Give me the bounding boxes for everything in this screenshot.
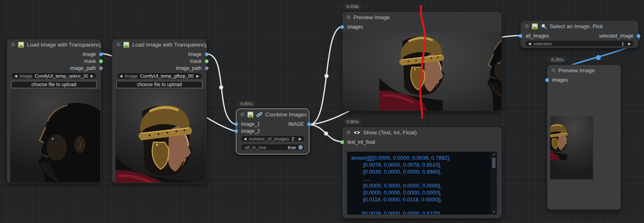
port-dot-image-path[interactable]	[205, 66, 209, 70]
execution-time-badge: 0.003s	[343, 118, 362, 125]
link-midpoint-dot-selected	[596, 55, 601, 60]
port-label: mask	[84, 58, 96, 64]
combo-prev-icon[interactable]: ◀	[14, 74, 17, 78]
combo-next-icon[interactable]: ▶	[196, 74, 199, 78]
output-port-image[interactable]: image	[112, 51, 207, 58]
output-port-mask[interactable]: mask	[7, 58, 101, 65]
decrement-icon[interactable]: ◀	[528, 42, 531, 46]
port-dot-image-path[interactable]	[99, 66, 103, 70]
input-port-all-images[interactable]: all_images	[526, 33, 549, 39]
output-port-image-path[interactable]: image_path	[7, 65, 101, 71]
link-combine-to-preview-top[interactable]	[309, 27, 343, 125]
port-dot-all-images[interactable]	[519, 34, 522, 38]
port-label: images	[552, 77, 568, 83]
link-combine-to-show[interactable]	[309, 125, 343, 142]
port-dot-images[interactable]	[545, 78, 549, 82]
scrollbar-thumb[interactable]	[492, 158, 495, 168]
port-dot-selected-image[interactable]	[637, 34, 640, 38]
increment-icon[interactable]: ▶	[299, 137, 302, 141]
selection-widget[interactable]: ◀ selection 1 ▶	[525, 40, 634, 47]
port-dot-mask[interactable]	[99, 59, 103, 63]
collapse-dot[interactable]	[525, 24, 529, 28]
magnifier-icon	[541, 23, 547, 29]
input-port-image-2[interactable]: image_2	[236, 127, 309, 134]
node-load-image-1[interactable]: Load Image with Transparency □ image mas…	[7, 39, 101, 183]
port-label: image_path	[176, 65, 202, 71]
toggle-knob[interactable]	[298, 145, 303, 149]
collapse-dot[interactable]	[116, 42, 120, 47]
output-port-mask[interactable]: mask	[112, 58, 207, 65]
collapse-dot[interactable]	[346, 130, 351, 134]
image-preview-two-faces	[342, 32, 502, 111]
tensor-output-text: tensor([[[[0.0000, 0.0000, 0.0039, 0.788…	[347, 152, 497, 215]
toggle-label: all_in_one	[245, 145, 285, 150]
image-combo-widget[interactable]: ◀ image ComfyUI_temp_vpknc_00... ▶	[11, 72, 97, 79]
node-title-bar[interactable]: Show (Text, Int, Float)	[342, 127, 502, 138]
image-preview-bearded-man	[10, 89, 100, 183]
upload-button[interactable]: choose file to upload	[11, 81, 97, 88]
collapse-dot[interactable]	[551, 68, 555, 72]
tensor-output-textarea[interactable]: tensor([[[[0.0000, 0.0000, 0.0039, 0.788…	[347, 152, 497, 215]
number-of-images-widget[interactable]: ◀ number_of_images 2 ▶	[240, 135, 305, 142]
eye-icon	[353, 129, 360, 136]
node-load-image-2[interactable]: Load Image with Transparency □ image mas…	[112, 39, 207, 183]
node-title-bar[interactable]: Select an Image, Pick	[521, 21, 638, 31]
port-label: images	[347, 24, 363, 30]
port-row-allimages-selectedimage: all_images selected_image	[521, 32, 638, 39]
port-dot-mask[interactable]	[205, 59, 209, 63]
scroll-down-icon[interactable]: ▼	[491, 210, 497, 214]
image-icon	[532, 23, 538, 29]
all-in-one-toggle[interactable]: all_in_one true	[240, 144, 305, 151]
combo-label: image	[20, 74, 32, 78]
upload-button[interactable]: choose file to upload	[116, 81, 202, 88]
port-dot-text-int-float[interactable]	[340, 140, 344, 144]
port-dot-IMAGE[interactable]	[307, 122, 311, 126]
output-port-IMAGE[interactable]: IMAGE	[288, 121, 304, 127]
node-title: Preview Image	[558, 67, 595, 74]
combo-prev-icon[interactable]: ◀	[120, 74, 122, 78]
widget-value: 1	[554, 41, 626, 46]
node-combine-images[interactable]: 0.001s Combine Images image_1 IMAGE imag…	[236, 109, 309, 154]
port-dot-image-2[interactable]	[234, 129, 238, 133]
output-port-selected-image[interactable]: selected_image	[599, 33, 633, 39]
port-dot-images[interactable]	[340, 25, 344, 29]
increment-icon[interactable]: ▶	[628, 42, 631, 46]
port-dot-image[interactable]	[205, 52, 209, 56]
output-port-image-path[interactable]: image_path	[112, 65, 207, 71]
port-dot-image[interactable]	[99, 52, 103, 56]
input-port-images[interactable]: images	[547, 76, 621, 83]
image-preview-helmet-man	[550, 116, 593, 179]
node-title-bar[interactable]: Load Image with Transparency □	[112, 39, 207, 50]
node-title-bar[interactable]: Combine Images	[236, 109, 309, 120]
image-combo-widget[interactable]: ◀ image ComfyUI_temp_gfbzp_00... ▶	[116, 72, 202, 79]
node-title: Load Image with Transparency	[132, 42, 207, 48]
scrollbar[interactable]: ▲ ▼	[491, 152, 497, 214]
combo-value: ComfyUI_temp_gfbzp_00...	[140, 74, 194, 78]
decrement-icon[interactable]: ◀	[244, 137, 246, 141]
collapse-dot[interactable]	[11, 42, 15, 47]
port-dot-image-1[interactable]	[234, 122, 238, 126]
input-port-text-int-float[interactable]: text_int_float	[342, 138, 502, 145]
port-label: image	[82, 51, 96, 57]
node-title-bar[interactable]: Preview Image	[547, 65, 621, 76]
node-title-bar[interactable]: Load Image with Transparency □	[7, 39, 101, 50]
image-icon	[247, 112, 253, 118]
graph-canvas[interactable]: { "glyphs": { "arrow_left": "◀", "arrow_…	[0, 0, 644, 223]
link-midpoint-dot	[219, 85, 223, 89]
node-preview-image-right[interactable]: 0.201s Preview Image images	[547, 65, 621, 210]
image-icon	[18, 42, 24, 48]
node-show-text-int-float[interactable]: 0.003s Show (Text, Int, Float) text_int_…	[342, 127, 502, 219]
link-load2-image-to-combine-image1[interactable]	[207, 54, 236, 125]
node-title: Select an Image, Pick	[550, 23, 603, 29]
widget-label: number_of_images	[249, 136, 289, 141]
node-title-bar[interactable]: Preview Image	[342, 12, 502, 22]
collapse-dot[interactable]	[240, 112, 244, 116]
input-port-image-1[interactable]: image_1	[241, 121, 260, 127]
collapse-dot[interactable]	[346, 15, 351, 19]
scroll-up-icon[interactable]: ▲	[491, 152, 497, 157]
output-port-image[interactable]: image	[7, 51, 101, 58]
combo-next-icon[interactable]: ▶	[91, 74, 93, 78]
input-port-images[interactable]: images	[342, 23, 502, 30]
node-select-an-image[interactable]: Select an Image, Pick all_images selecte…	[520, 20, 639, 48]
node-preview-image-top[interactable]: 0.058s Preview Image images	[342, 11, 502, 111]
